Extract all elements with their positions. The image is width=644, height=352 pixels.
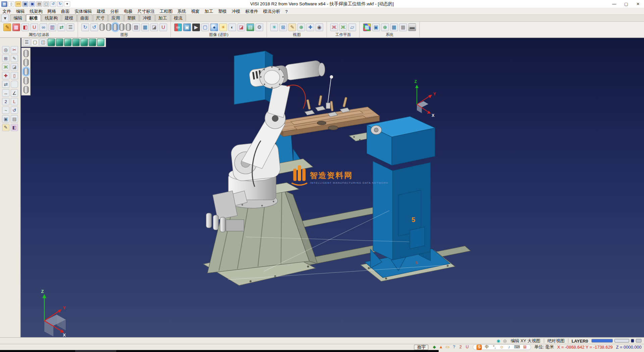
lighting-icon[interactable]: ☀ (219, 23, 227, 31)
copy-attributes-icon[interactable]: ▦ (12, 23, 20, 31)
point-grid-icon[interactable]: ▩ (399, 23, 407, 31)
regenerate-icon[interactable]: ↺ (90, 23, 98, 31)
menu-machining[interactable]: 加工 (202, 8, 215, 14)
single-view-icon[interactable]: ▢ (31, 38, 39, 46)
iso-view-icon[interactable] (48, 38, 55, 46)
undo-icon[interactable]: ↺ (50, 1, 56, 7)
axon-view-icon[interactable] (97, 38, 104, 46)
left-view-icon[interactable] (80, 38, 88, 46)
workplane-create-icon[interactable]: Ж (330, 23, 338, 31)
menu-die[interactable]: 冲模 (229, 8, 243, 14)
right-view-icon[interactable] (72, 38, 80, 46)
angle-icon[interactable]: ∠ (11, 89, 18, 97)
clipboard-icon[interactable]: ▤ (11, 115, 18, 123)
menu-solid-edit[interactable]: 实体编辑 (72, 8, 94, 14)
tab-edit[interactable]: 编辑 (10, 14, 25, 21)
texture-display-icon[interactable]: ◪ (150, 23, 158, 31)
layer-manager-icon[interactable]: ▥ (48, 23, 56, 31)
taskbar-app-segment[interactable] (75, 350, 116, 352)
snap-grid-icon[interactable]: ⊞ (2, 55, 9, 62)
shadow-icon[interactable]: ◐ (228, 23, 236, 31)
tab-mold[interactable]: 塑膜 (124, 14, 139, 21)
tab-application[interactable]: 应用 (108, 14, 123, 21)
edit-attributes-icon[interactable]: ✎ (3, 23, 11, 31)
menu-mesh[interactable]: 网格 (45, 8, 58, 14)
wireframe-shade-icon[interactable] (23, 50, 29, 57)
sheet-icon[interactable]: ▯ (11, 72, 18, 79)
redraw-icon[interactable]: ↻ (81, 23, 89, 31)
active-view-label[interactable]: 编辑 XY 大视图 (511, 338, 540, 344)
tab-machining[interactable]: 加工 (155, 14, 170, 21)
move-icon[interactable]: ✚ (2, 72, 9, 79)
shaded-edges-mode-icon[interactable] (119, 24, 124, 31)
multi-view-icon[interactable]: ◫ (40, 38, 47, 46)
hidden-line-mode-icon[interactable] (106, 24, 111, 31)
eraser-icon[interactable]: ◪ (11, 63, 18, 71)
system-atom-icon[interactable]: ⊕ (381, 23, 389, 31)
tab-dimension[interactable]: 尺寸 (93, 14, 108, 21)
material-icon[interactable]: ● (210, 23, 218, 31)
sogou-logo-icon[interactable]: S (477, 345, 482, 350)
pencil-hb-icon[interactable]: ✎ (2, 124, 9, 131)
zoom-extents-icon[interactable]: ✳ (270, 23, 278, 31)
wireframe-mode-icon[interactable] (99, 24, 105, 31)
measure-icon[interactable]: ✎ (288, 23, 296, 31)
swap-arrows-icon[interactable]: ⇄ (57, 23, 65, 31)
shaded-shade-icon[interactable] (23, 68, 29, 75)
open-file-icon[interactable]: ▭ (15, 1, 21, 7)
accent-color-bar[interactable] (631, 339, 634, 343)
trim-icon[interactable]: ✂ (11, 46, 18, 53)
menu-help[interactable]: ? (283, 9, 290, 14)
layer-color-bar[interactable] (591, 339, 613, 343)
color-settings-icon[interactable]: ▦ (363, 23, 371, 31)
menu-drawing[interactable]: 工程图 (157, 8, 175, 14)
menu-mold[interactable]: 塑模 (216, 8, 229, 14)
close-button[interactable]: ✕ (632, 0, 644, 8)
shaded-edge-shade-icon[interactable] (23, 77, 29, 84)
corner-icon[interactable]: L (11, 98, 18, 105)
tab-die[interactable]: 冲模 (140, 14, 155, 21)
new-file-icon[interactable]: ▯ (8, 1, 14, 7)
pen-color-bar[interactable] (614, 339, 629, 343)
element-list-icon[interactable]: ☰ (66, 23, 74, 31)
grid-display-icon[interactable]: ▦ (141, 23, 149, 31)
display-settings-icon[interactable]: ▣ (372, 23, 380, 31)
maximize-button[interactable]: ▢ (620, 0, 632, 8)
taskbar-edge[interactable] (0, 350, 439, 352)
tab-wireframe[interactable]: 线架构 (42, 14, 61, 21)
scene-3d[interactable]: 5 5 (20, 38, 644, 337)
workplane-align-icon[interactable]: Ж (339, 23, 347, 31)
database-table-icon[interactable]: ▦ (390, 23, 398, 31)
redo-icon[interactable]: ↻ (57, 1, 63, 7)
menu-electrode[interactable]: 电极 (121, 8, 135, 14)
second-view-icon[interactable]: 2 (2, 98, 9, 105)
menu-window[interactable]: 视窗 (189, 8, 202, 14)
zoom-window-icon[interactable]: ⊞ (279, 23, 287, 31)
sketch-pencil-icon[interactable]: ✎ (11, 55, 18, 62)
layer-indicator[interactable]: LAYER0 (572, 338, 588, 343)
absolute-view-label[interactable]: 绝对视图 (547, 338, 565, 344)
render-image-icon[interactable]: ▣ (183, 23, 191, 31)
menu-flow-analysis[interactable]: 模流分析 (261, 8, 283, 14)
menu-surface[interactable]: 曲面 (58, 8, 72, 14)
magnet-filter-icon[interactable]: U (31, 23, 38, 31)
tab-flow[interactable]: 模流 (171, 14, 186, 21)
zoom-select-icon[interactable]: ◎ (2, 46, 9, 53)
swap-icon[interactable]: ⇄ (2, 81, 9, 88)
distance-icon[interactable]: ↔ (2, 89, 9, 97)
viewport-3d[interactable]: 5 5 (20, 38, 644, 337)
stereo-view-icon[interactable]: ∞ (174, 23, 182, 31)
save-icon[interactable]: ▣ (22, 1, 28, 7)
top-view-icon[interactable] (56, 38, 63, 46)
print-preview-icon[interactable]: ▢ (43, 1, 49, 7)
dynamic-hide-icon[interactable]: ▧ (132, 23, 140, 31)
save-all-icon[interactable]: ▣ (29, 1, 35, 7)
shaded-mode-icon[interactable] (113, 24, 118, 31)
minimize-button[interactable]: — (608, 0, 620, 8)
viewport-menu-icon[interactable]: ☰ (23, 38, 31, 46)
pan-view-icon[interactable]: ✚ (306, 23, 314, 31)
hidden-shade-icon[interactable] (23, 59, 29, 66)
snap-toggle-button[interactable]: 拴宇 (414, 345, 429, 350)
menu-system[interactable]: 系统 (175, 8, 189, 14)
print-icon[interactable]: ▤ (36, 1, 42, 7)
